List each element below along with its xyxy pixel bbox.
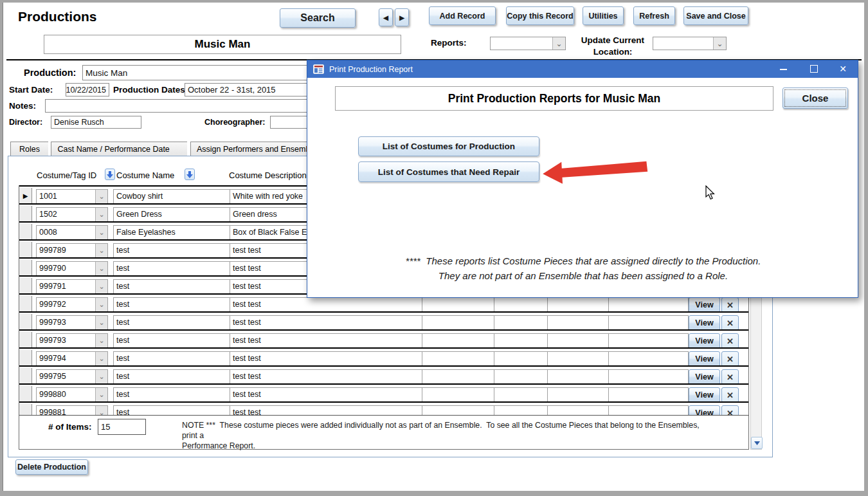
costume-name-cell[interactable]: test <box>113 405 231 415</box>
dialog-titlebar[interactable]: Print Production Report <box>307 60 858 78</box>
empty-cell-2[interactable] <box>494 387 548 403</box>
dialog-close-button-x[interactable]: ✕ <box>836 63 850 75</box>
chevron-down-icon[interactable]: ⌄ <box>95 244 107 258</box>
previous-record-button[interactable]: ◀ <box>379 8 393 26</box>
costume-name-cell[interactable]: Green Dress <box>113 207 231 223</box>
empty-cell-4[interactable] <box>608 315 689 331</box>
costume-description-cell[interactable]: test test <box>230 405 423 415</box>
delete-row-button[interactable]: ✕ <box>721 369 739 385</box>
costume-name-cell[interactable]: test <box>113 279 231 295</box>
list-costumes-production-button[interactable]: List of Costumes for Production <box>358 136 539 156</box>
empty-cell-3[interactable] <box>547 405 610 415</box>
empty-cell-3[interactable] <box>547 387 610 403</box>
delete-row-button[interactable]: ✕ <box>721 351 739 367</box>
empty-cell-2[interactable] <box>494 333 548 349</box>
row-selector[interactable] <box>19 242 32 259</box>
costume-name-cell[interactable]: test <box>113 297 231 313</box>
director-input[interactable]: Denise Rusch <box>51 116 141 129</box>
delete-row-button[interactable]: ✕ <box>721 405 739 415</box>
row-selector[interactable] <box>19 314 32 331</box>
costume-description-cell[interactable]: test test <box>230 297 423 313</box>
empty-cell-1[interactable] <box>422 351 495 367</box>
start-date-input[interactable]: 10/22/2015 <box>66 83 109 96</box>
empty-cell-3[interactable] <box>547 297 610 313</box>
costume-description-cell[interactable]: test test <box>230 351 423 367</box>
delete-row-button[interactable]: ✕ <box>721 297 739 313</box>
chevron-down-icon[interactable]: ⌄ <box>713 37 726 50</box>
empty-cell-4[interactable] <box>608 351 689 367</box>
costume-name-cell[interactable]: test <box>113 315 231 331</box>
costume-name-cell[interactable]: test <box>113 351 231 367</box>
costume-id-combo[interactable]: 999793⌄ <box>36 333 108 349</box>
update-location-dropdown[interactable]: ⌄ <box>653 37 727 50</box>
costume-description-cell[interactable]: test test <box>230 333 423 349</box>
add-record-button[interactable]: Add Record <box>429 6 496 25</box>
view-button[interactable]: View <box>689 297 720 313</box>
costume-name-cell[interactable]: test <box>113 243 231 259</box>
view-button[interactable]: View <box>689 405 720 415</box>
empty-cell-4[interactable] <box>608 387 689 403</box>
chevron-down-icon[interactable]: ⌄ <box>95 388 107 402</box>
empty-cell-2[interactable] <box>494 297 548 313</box>
row-selector[interactable]: ▶ <box>19 188 32 205</box>
view-button[interactable]: View <box>689 333 720 349</box>
empty-cell-4[interactable] <box>608 297 689 313</box>
empty-cell-2[interactable] <box>494 405 548 415</box>
view-button[interactable]: View <box>689 369 720 385</box>
costume-id-combo[interactable]: 999795⌄ <box>36 369 108 385</box>
chevron-down-icon[interactable]: ⌄ <box>95 352 107 366</box>
row-selector[interactable] <box>19 278 32 295</box>
costume-name-cell[interactable]: test <box>113 333 231 349</box>
minimize-button[interactable] <box>777 64 790 75</box>
empty-cell-1[interactable] <box>422 297 495 313</box>
row-selector[interactable] <box>19 296 32 313</box>
costume-name-cell[interactable]: Cowboy shirt <box>113 189 231 205</box>
delete-row-button[interactable]: ✕ <box>721 315 739 331</box>
costume-name-cell[interactable]: test <box>113 261 231 277</box>
row-selector[interactable] <box>19 332 32 349</box>
chevron-down-icon[interactable]: ⌄ <box>95 280 107 294</box>
costume-id-combo[interactable]: 999794⌄ <box>36 351 108 367</box>
scroll-down-button[interactable] <box>751 437 763 449</box>
empty-cell-3[interactable] <box>547 315 610 331</box>
delete-row-button[interactable]: ✕ <box>721 333 739 349</box>
costume-id-combo[interactable]: 999792⌄ <box>36 297 108 313</box>
empty-cell-3[interactable] <box>547 333 610 349</box>
chevron-down-icon[interactable]: ⌄ <box>95 334 107 348</box>
sort-costume-name-button[interactable] <box>185 169 195 180</box>
search-button[interactable]: Search <box>280 8 356 28</box>
costume-id-combo[interactable]: 999881⌄ <box>36 405 108 415</box>
costume-description-cell[interactable]: test test <box>230 387 423 403</box>
delete-production-button[interactable]: Delete Production <box>15 459 88 475</box>
view-button[interactable]: View <box>689 387 720 403</box>
chevron-down-icon[interactable]: ⌄ <box>95 406 107 415</box>
costume-name-cell[interactable]: test <box>113 387 231 403</box>
empty-cell-2[interactable] <box>494 315 548 331</box>
items-count-input[interactable]: 15 <box>98 419 146 435</box>
save-and-close-button[interactable]: Save and Close <box>683 6 748 25</box>
empty-cell-1[interactable] <box>422 405 495 415</box>
empty-cell-2[interactable] <box>494 369 548 385</box>
chevron-down-icon[interactable]: ⌄ <box>552 37 565 50</box>
empty-cell-1[interactable] <box>422 369 495 385</box>
delete-row-button[interactable]: ✕ <box>721 387 739 403</box>
chevron-down-icon[interactable]: ⌄ <box>95 262 107 276</box>
costume-id-combo[interactable]: 999790⌄ <box>36 261 108 277</box>
chevron-down-icon[interactable]: ⌄ <box>95 298 107 312</box>
next-record-button[interactable]: ▶ <box>395 8 409 26</box>
costume-id-combo[interactable]: 999791⌄ <box>36 279 108 295</box>
empty-cell-1[interactable] <box>422 333 495 349</box>
view-button[interactable]: View <box>689 315 720 331</box>
empty-cell-1[interactable] <box>422 387 495 403</box>
copy-record-button[interactable]: Copy this Record <box>506 6 574 25</box>
utilities-button[interactable]: Utilities <box>583 6 624 25</box>
chevron-down-icon[interactable]: ⌄ <box>95 316 107 330</box>
costume-name-cell[interactable]: False Eyelashes <box>113 225 231 241</box>
costume-id-combo[interactable]: 999789⌄ <box>36 243 108 259</box>
costume-description-cell[interactable]: test test <box>230 369 423 385</box>
maximize-button[interactable] <box>808 63 820 75</box>
empty-cell-4[interactable] <box>608 405 689 415</box>
row-selector[interactable] <box>19 206 32 223</box>
costume-id-combo[interactable]: 999793⌄ <box>36 315 108 331</box>
row-selector[interactable] <box>19 404 32 415</box>
